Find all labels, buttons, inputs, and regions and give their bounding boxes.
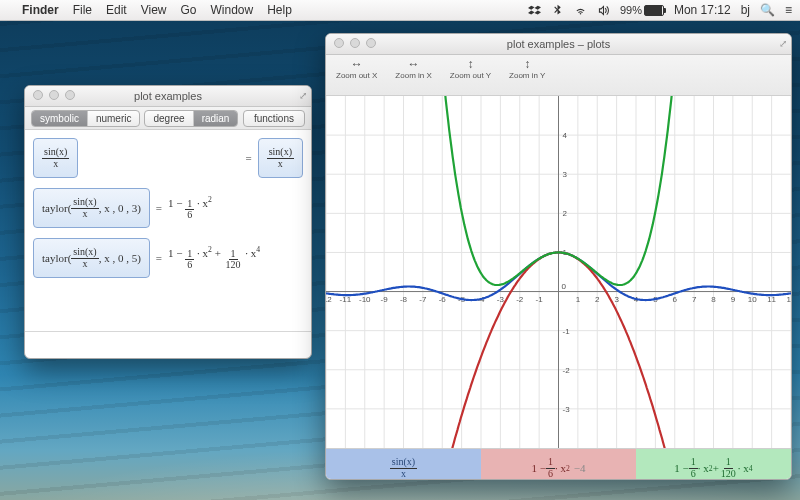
svg-text:2: 2: [563, 209, 568, 218]
battery-percent: 99%: [620, 4, 642, 16]
plot-canvas[interactable]: -12-11-10-9-8-7-6-5-4-3-2-10123456789101…: [326, 96, 791, 448]
svg-text:-8: -8: [400, 295, 408, 304]
window-plots: plot examples – plots ⤢ ↔Zoom out X ↔Zoo…: [325, 33, 792, 480]
zoom-in-x-button[interactable]: ↔Zoom in X: [395, 58, 431, 80]
plot-svg: -12-11-10-9-8-7-6-5-4-3-2-10123456789101…: [326, 96, 791, 448]
tab-numeric[interactable]: numeric: [88, 111, 140, 126]
close-icon[interactable]: [334, 38, 344, 48]
svg-text:6: 6: [673, 295, 678, 304]
svg-text:1: 1: [576, 295, 581, 304]
minimize-icon[interactable]: [49, 90, 59, 100]
svg-text:-3: -3: [563, 405, 571, 414]
svg-text:-7: -7: [419, 295, 427, 304]
wifi-icon[interactable]: [574, 4, 587, 17]
input-area[interactable]: [25, 332, 311, 359]
menu-file[interactable]: File: [73, 3, 92, 17]
zoom-icon[interactable]: [366, 38, 376, 48]
spotlight-icon[interactable]: 🔍: [760, 3, 775, 17]
menu-help[interactable]: Help: [267, 3, 292, 17]
svg-text:7: 7: [692, 295, 697, 304]
resize-icon[interactable]: ⤢: [779, 38, 787, 49]
svg-text:3: 3: [614, 295, 619, 304]
svg-text:3: 3: [563, 170, 568, 179]
expression-input[interactable]: sin(x)x: [33, 138, 78, 178]
equals-label: =: [245, 152, 251, 164]
volume-icon[interactable]: [597, 4, 610, 17]
notification-center-icon[interactable]: ≡: [785, 3, 792, 17]
legend-item-sinc[interactable]: sin(x)x: [326, 449, 481, 480]
zoom-icon[interactable]: [65, 90, 75, 100]
menu-edit[interactable]: Edit: [106, 3, 127, 17]
functions-button[interactable]: functions: [243, 110, 305, 127]
svg-text:2: 2: [595, 295, 600, 304]
legend-item-taylor5[interactable]: 1 − 16 · x2 + 1120 · x4: [636, 449, 791, 480]
mode-segmented-control[interactable]: symbolic numeric: [31, 110, 140, 127]
clock[interactable]: Mon 17:12: [674, 3, 731, 17]
window-title: plot examples: [134, 90, 202, 102]
user-menu[interactable]: bj: [741, 3, 750, 17]
expression-input[interactable]: taylor(sin(x)x, x , 0 , 5): [33, 238, 150, 278]
expression-row: taylor(sin(x)x, x , 0 , 5) = 1 − 16 · x2…: [33, 238, 303, 278]
svg-text:-2: -2: [516, 295, 524, 304]
svg-text:10: 10: [748, 295, 757, 304]
expression-result: 1 − 16 · x2 + 1120 · x4: [168, 245, 260, 271]
expression-row: taylor(sin(x)x, x , 0 , 3) = 1 − 16 · x2: [33, 188, 303, 228]
arrow-vertical-icon: ↕: [524, 58, 530, 70]
menu-window[interactable]: Window: [211, 3, 254, 17]
bluetooth-icon[interactable]: [551, 4, 564, 17]
arrow-horizontal-icon: ↔: [408, 58, 420, 70]
svg-text:-1: -1: [563, 327, 571, 336]
minimize-icon[interactable]: [350, 38, 360, 48]
battery-icon: [644, 5, 664, 16]
dropbox-icon[interactable]: [528, 4, 541, 17]
app-menu[interactable]: Finder: [22, 3, 59, 17]
window-plot-examples: plot examples ⤢ symbolic numeric degree …: [24, 85, 312, 359]
zoom-out-y-button[interactable]: ↕Zoom out Y: [450, 58, 491, 80]
svg-text:-6: -6: [439, 295, 447, 304]
svg-text:8: 8: [711, 295, 716, 304]
close-icon[interactable]: [33, 90, 43, 100]
zoom-out-x-button[interactable]: ↔Zoom out X: [336, 58, 377, 80]
angle-segmented-control[interactable]: degree radian: [144, 110, 238, 127]
arrow-horizontal-icon: ↔: [351, 58, 363, 70]
plot-legend: sin(x)x 1 − 16 · x2 −4 1 − 16 · x2 + 112…: [326, 448, 791, 480]
titlebar[interactable]: plot examples – plots ⤢: [326, 34, 791, 55]
mode-toolbar: symbolic numeric degree radian functions: [25, 107, 311, 130]
expression-input[interactable]: taylor(sin(x)x, x , 0 , 3): [33, 188, 150, 228]
svg-text:4: 4: [563, 131, 568, 140]
svg-text:-10: -10: [359, 295, 371, 304]
zoom-in-y-button[interactable]: ↕Zoom in Y: [509, 58, 545, 80]
menu-go[interactable]: Go: [181, 3, 197, 17]
svg-text:-1: -1: [536, 295, 544, 304]
svg-text:9: 9: [731, 295, 736, 304]
expression-list: sin(x)x = sin(x)x taylor(sin(x)x, x , 0 …: [25, 130, 311, 359]
menu-view[interactable]: View: [141, 3, 167, 17]
legend-item-taylor3[interactable]: 1 − 16 · x2 −4: [481, 449, 636, 480]
window-title: plot examples – plots: [507, 38, 610, 50]
expression-result: 1 − 16 · x2: [168, 195, 212, 221]
arrow-vertical-icon: ↕: [467, 58, 473, 70]
expression-row: sin(x)x = sin(x)x: [33, 138, 303, 178]
tab-degree[interactable]: degree: [145, 111, 193, 126]
expression-result: sin(x)x: [258, 138, 303, 178]
svg-text:-2: -2: [563, 366, 571, 375]
tab-symbolic[interactable]: symbolic: [32, 111, 88, 126]
os-menubar: Finder File Edit View Go Window Help 99%…: [0, 0, 800, 21]
tab-radian[interactable]: radian: [194, 111, 238, 126]
equals-label: =: [156, 252, 162, 264]
svg-text:12: 12: [787, 295, 791, 304]
titlebar[interactable]: plot examples ⤢: [25, 86, 311, 107]
resize-icon[interactable]: ⤢: [299, 90, 307, 101]
svg-text:0: 0: [562, 282, 567, 291]
battery-indicator[interactable]: 99%: [620, 4, 664, 16]
svg-text:-12: -12: [326, 295, 332, 304]
plot-toolbar: ↔Zoom out X ↔Zoom in X ↕Zoom out Y ↕Zoom…: [326, 55, 791, 96]
svg-text:-3: -3: [497, 295, 505, 304]
svg-text:-9: -9: [381, 295, 389, 304]
equals-label: =: [156, 202, 162, 214]
